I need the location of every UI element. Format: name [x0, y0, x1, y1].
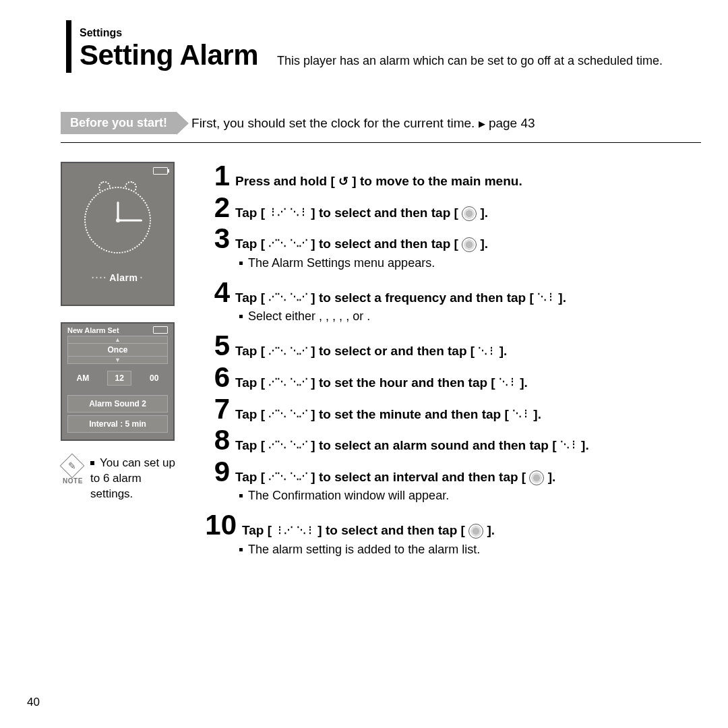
- step-number: 3: [198, 224, 230, 253]
- step-sub-text: The alarm setting is added to the alarm …: [239, 543, 701, 557]
- new-alarm-set-title: New Alarm Set: [67, 326, 119, 334]
- chevron-down-icon: ▼: [68, 357, 167, 363]
- right-icon: ⋱⋮: [560, 438, 578, 452]
- right-icon: ⋱⋮: [478, 344, 495, 358]
- step-sub-text: Select either , , , , , or .: [239, 309, 701, 324]
- step-3: 3Tap [ ⋰⋱ ⋱⋰ ] to select and then tap [ …: [198, 224, 701, 253]
- step-number: 4: [198, 278, 230, 307]
- note-label: NOTE: [61, 477, 85, 485]
- section-label: Settings: [80, 27, 701, 39]
- triangle-icon: ▶: [479, 119, 485, 129]
- left-right-icon: ⋮⋰ ⋱⋮: [268, 206, 307, 219]
- step-text: Tap [ ⋰⋱ ⋱⋰ ] to select a frequency and …: [235, 282, 566, 307]
- up-down-icon: ⋰⋱ ⋱⋰: [268, 470, 307, 483]
- divider: [61, 142, 701, 143]
- return-icon: ↺: [338, 173, 348, 190]
- right-icon: ⋱⋮: [499, 375, 516, 389]
- battery-icon: [153, 326, 168, 334]
- step-7: 7Tap [ ⋰⋱ ⋱⋰ ] to set the minute and the…: [198, 395, 701, 424]
- bullet-icon: [239, 548, 243, 551]
- step-9: 9Tap [ ⋰⋱ ⋱⋰ ] to select an interval and…: [198, 458, 701, 487]
- hour-value: 12: [107, 371, 131, 386]
- device-screenshot-alarm: ∙∙∙∙Alarm∙: [61, 162, 175, 306]
- step-4: 4Tap [ ⋰⋱ ⋱⋰ ] to select a frequency and…: [198, 278, 701, 307]
- right-icon: ⋱⋮: [537, 291, 555, 304]
- interval-value: Interval : 5 min: [67, 415, 168, 433]
- select-icon: [529, 471, 544, 485]
- step-number: 8: [198, 426, 230, 454]
- bullet-icon: [239, 262, 243, 265]
- step-number: 6: [198, 363, 230, 392]
- clock-icon: [84, 187, 151, 253]
- step-number: 9: [198, 458, 230, 486]
- before-you-start-badge: Before you start!: [61, 112, 177, 134]
- right-icon: ⋱⋮: [512, 407, 530, 421]
- step-1: 1Press and hold [ ↺ ] to move to the mai…: [198, 162, 701, 191]
- step-number: 7: [198, 395, 230, 423]
- step-10: 10Tap [ ⋮⋰ ⋱⋮ ] to select and then tap […: [198, 511, 701, 540]
- select-icon: [468, 524, 483, 539]
- up-down-icon: ⋰⋱ ⋱⋰: [268, 375, 307, 389]
- alarm-menu-label: ∙∙∙∙Alarm∙: [90, 272, 146, 283]
- select-icon: [462, 206, 477, 221]
- up-down-icon: ⋰⋱ ⋱⋰: [268, 438, 307, 452]
- step-text: Tap [ ⋮⋰ ⋱⋮ ] to select and then tap [ ]…: [235, 198, 488, 222]
- up-down-icon: ⋰⋱ ⋱⋰: [268, 237, 307, 250]
- step-text: Tap [ ⋰⋱ ⋱⋰ ] to select and then tap [ ]…: [235, 229, 488, 253]
- step-text: Tap [ ⋮⋰ ⋱⋮ ] to select and then tap [ ]…: [242, 515, 495, 540]
- note-text: You can set up to 6 alarm settings.: [90, 456, 179, 502]
- page-title: Setting Alarm: [80, 39, 258, 71]
- ampm-value: AM: [77, 373, 90, 383]
- step-text: Tap [ ⋰⋱ ⋱⋰ ] to select an alarm sound a…: [235, 430, 589, 455]
- battery-icon: [153, 167, 168, 175]
- frequency-value: Once: [68, 343, 167, 357]
- before-you-start-text: First, you should set the clock for the …: [191, 116, 535, 131]
- steps-list: 1Press and hold [ ↺ ] to move to the mai…: [198, 162, 701, 565]
- note-icon: ✎: [60, 454, 85, 479]
- left-right-icon: ⋮⋰ ⋱⋮: [275, 524, 314, 537]
- minute-value: 00: [150, 373, 158, 383]
- step-6: 6Tap [ ⋰⋱ ⋱⋰ ] to set the hour and then …: [198, 363, 701, 392]
- step-2: 2Tap [ ⋮⋰ ⋱⋮ ] to select and then tap [ …: [198, 193, 701, 222]
- step-number: 1: [198, 162, 230, 190]
- chevron-up-icon: ▲: [68, 336, 167, 343]
- bullet-icon: [239, 315, 243, 318]
- step-text: Tap [ ⋰⋱ ⋱⋰ ] to select or and then tap …: [235, 336, 507, 361]
- device-screenshot-new-alarm-set: New Alarm Set ▲ Once ▼ AM 12 00 Alarm So…: [61, 322, 175, 441]
- step-8: 8Tap [ ⋰⋱ ⋱⋰ ] to select an alarm sound …: [198, 426, 701, 455]
- frequency-selector: ▲ Once ▼: [67, 336, 168, 364]
- step-number: 10: [198, 511, 237, 539]
- alarm-sound-value: Alarm Sound 2: [67, 395, 168, 413]
- step-sub-text: The Alarm Settings menu appears.: [239, 256, 701, 270]
- bullet-icon: [90, 461, 94, 465]
- select-icon: [462, 237, 477, 252]
- page-number: 40: [27, 696, 40, 709]
- step-sub-text: The Confirmation window will appear.: [239, 489, 701, 503]
- bullet-icon: [239, 494, 243, 497]
- header-side-bar: [66, 20, 71, 73]
- step-number: 2: [198, 193, 230, 222]
- title-description: This player has an alarm which can be se…: [277, 54, 663, 68]
- step-text: Tap [ ⋰⋱ ⋱⋰ ] to set the hour and then t…: [235, 367, 528, 392]
- step-number: 5: [198, 332, 230, 360]
- up-down-icon: ⋰⋱ ⋱⋰: [268, 344, 307, 358]
- step-text: Tap [ ⋰⋱ ⋱⋰ ] to set the minute and then…: [235, 399, 541, 424]
- up-down-icon: ⋰⋱ ⋱⋰: [268, 407, 307, 421]
- step-text: Press and hold [ ↺ ] to move to the main…: [235, 166, 522, 191]
- step-5: 5Tap [ ⋰⋱ ⋱⋰ ] to select or and then tap…: [198, 332, 701, 361]
- up-down-icon: ⋰⋱ ⋱⋰: [268, 291, 307, 304]
- step-text: Tap [ ⋰⋱ ⋱⋰ ] to select an interval and …: [235, 462, 555, 487]
